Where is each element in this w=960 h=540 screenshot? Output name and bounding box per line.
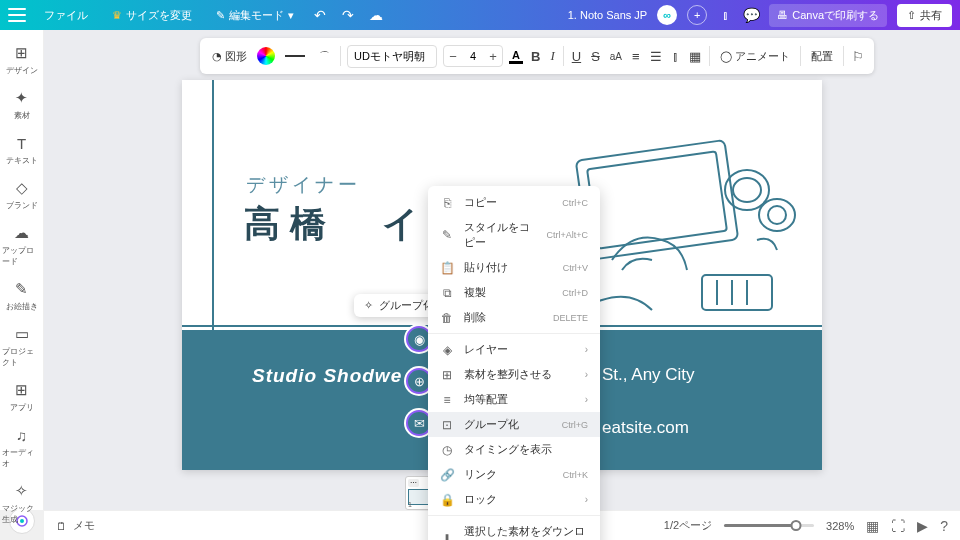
analytics-icon[interactable]: ⫾ xyxy=(717,7,733,23)
menu-item-label: 均等配置 xyxy=(464,392,575,407)
share-button[interactable]: ⇧共有 xyxy=(897,4,952,27)
align-button[interactable]: ≡ xyxy=(630,47,642,66)
shortcut-label: Ctrl+K xyxy=(563,470,588,480)
present-icon[interactable]: ▶ xyxy=(917,518,928,534)
context-menu-item[interactable]: ⬇選択した素材をダウンロード xyxy=(428,519,600,540)
context-menu-item[interactable]: ◈レイヤー› xyxy=(428,337,600,362)
underline-button[interactable]: U xyxy=(570,47,583,66)
address-text[interactable]: St., Any City xyxy=(602,365,695,385)
context-menu-item[interactable]: 📋貼り付けCtrl+V xyxy=(428,255,600,280)
menu-item-label: 貼り付け xyxy=(464,260,553,275)
sidebar-label: デザイン xyxy=(6,65,38,76)
add-member-button[interactable]: + xyxy=(687,5,707,25)
user-avatar[interactable]: ∞ xyxy=(657,5,677,25)
shape-tool[interactable]: ◔図形 xyxy=(208,47,251,66)
position-button[interactable]: 配置 xyxy=(807,47,837,66)
context-menu-item[interactable]: ◷タイミングを表示 xyxy=(428,437,600,462)
menu-item-icon: ⊡ xyxy=(440,418,454,432)
context-menu-item[interactable]: ⎘コピーCtrl+C xyxy=(428,190,600,215)
font-size-increase[interactable]: + xyxy=(484,46,502,66)
context-menu-item[interactable]: 🔒ロック› xyxy=(428,487,600,512)
context-menu-item[interactable]: ⊡グループ化Ctrl+G xyxy=(428,412,600,437)
svg-point-4 xyxy=(759,199,795,231)
list-button[interactable]: ☰ xyxy=(648,47,664,66)
sidebar-icon: T xyxy=(12,133,32,153)
context-menu-item[interactable]: 🗑削除DELETE xyxy=(428,305,600,330)
app-header: ファイル ♛サイズを変更 ✎編集モード▾ ↶ ↷ ☁ 1. Noto Sans … xyxy=(0,0,960,30)
menu-item-label: レイヤー xyxy=(464,342,575,357)
italic-button[interactable]: I xyxy=(548,46,556,66)
file-menu[interactable]: ファイル xyxy=(38,5,94,26)
color-picker[interactable] xyxy=(257,47,275,65)
sidebar-item-0[interactable]: ⊞デザイン xyxy=(0,38,43,81)
font-family-select[interactable]: UDモトヤ明朝 xyxy=(347,45,437,68)
memo-icon: 🗒 xyxy=(56,520,67,532)
sidebar-item-1[interactable]: ✦素材 xyxy=(0,83,43,126)
animate-button[interactable]: ◯アニメート xyxy=(716,47,794,66)
cloud-sync-icon[interactable]: ☁ xyxy=(368,7,384,23)
sidebar-item-4[interactable]: ☁アップロード xyxy=(0,218,43,272)
context-toolbar: ◔図形 ⌒ UDモトヤ明朝 − 4 + A B I U S aA ≡ ☰ ⫿ ▦… xyxy=(200,38,874,74)
print-button[interactable]: 🖶Canvaで印刷する xyxy=(769,4,887,27)
edit-mode-menu[interactable]: ✎編集モード▾ xyxy=(210,5,300,26)
menu-item-icon: 🔒 xyxy=(440,493,454,507)
bold-button[interactable]: B xyxy=(529,47,542,66)
shortcut-label: Ctrl+G xyxy=(562,420,588,430)
sidebar-label: マジック生成 xyxy=(2,503,41,525)
context-menu-item[interactable]: ⊞素材を整列させる› xyxy=(428,362,600,387)
border-style[interactable] xyxy=(281,53,309,59)
menu-item-icon: ✎ xyxy=(440,228,454,242)
text-case-button[interactable]: aA xyxy=(608,49,624,64)
document-title[interactable]: 1. Noto Sans JP xyxy=(568,9,648,21)
sidebar-item-10[interactable]: SSoundraw xyxy=(0,532,43,540)
sidebar-label: 素材 xyxy=(14,110,30,121)
menu-item-icon: 🔗 xyxy=(440,468,454,482)
submenu-arrow-icon: › xyxy=(585,494,588,505)
sidebar-item-3[interactable]: ◇ブランド xyxy=(0,173,43,216)
memo-button[interactable]: 🗒 メモ xyxy=(56,518,95,533)
hamburger-icon[interactable] xyxy=(8,8,26,22)
transparency-icon[interactable]: ⚐ xyxy=(850,47,866,66)
context-menu-item[interactable]: ✎スタイルをコピーCtrl+Alt+C xyxy=(428,215,600,255)
shortcut-label: Ctrl+D xyxy=(562,288,588,298)
text-color-picker[interactable]: A xyxy=(509,49,523,64)
context-menu-item[interactable]: ≡均等配置› xyxy=(428,387,600,412)
context-menu-item[interactable]: ⧉複製Ctrl+D xyxy=(428,280,600,305)
sidebar-item-9[interactable]: ✧マジック生成 xyxy=(0,476,43,530)
sidebar-item-7[interactable]: ⊞アプリ xyxy=(0,375,43,418)
sidebar-item-5[interactable]: ✎お絵描き xyxy=(0,274,43,317)
zoom-slider[interactable] xyxy=(724,524,814,527)
sidebar-label: アップロード xyxy=(2,245,41,267)
sidebar-item-8[interactable]: ♫オーディオ xyxy=(0,420,43,474)
comment-icon[interactable]: 💬 xyxy=(743,7,759,23)
subtitle-text[interactable]: デザイナー xyxy=(246,172,361,198)
effects-button[interactable]: ▦ xyxy=(687,47,703,66)
context-menu-item[interactable]: 🔗リンクCtrl+K xyxy=(428,462,600,487)
menu-item-label: コピー xyxy=(464,195,552,210)
line-end[interactable]: ⌒ xyxy=(315,47,334,66)
zoom-value[interactable]: 328% xyxy=(826,520,854,532)
fullscreen-icon[interactable]: ⛶ xyxy=(891,518,905,534)
help-icon[interactable]: ? xyxy=(940,518,948,534)
sidebar-icon: ✦ xyxy=(12,88,32,108)
page-indicator[interactable]: 1/2ページ xyxy=(664,518,712,533)
spacing-button[interactable]: ⫿ xyxy=(670,47,681,66)
sidebar-item-6[interactable]: ▭プロジェクト xyxy=(0,319,43,373)
left-sidebar: ⊞デザイン✦素材Tテキスト◇ブランド☁アップロード✎お絵描き▭プロジェクト⊞アプ… xyxy=(0,30,44,510)
sidebar-icon: ⊞ xyxy=(12,43,32,63)
strikethrough-button[interactable]: S xyxy=(589,47,602,66)
menu-item-label: スタイルをコピー xyxy=(464,220,536,250)
menu-item-label: リンク xyxy=(464,467,553,482)
font-size-control[interactable]: − 4 + xyxy=(443,45,503,67)
font-size-decrease[interactable]: − xyxy=(444,46,462,66)
undo-icon[interactable]: ↶ xyxy=(312,7,328,23)
svg-point-5 xyxy=(768,206,786,224)
redo-icon[interactable]: ↷ xyxy=(340,7,356,23)
studio-name-text[interactable]: Studio Shodwe xyxy=(252,365,402,387)
svg-rect-8 xyxy=(702,275,772,310)
grid-view-icon[interactable]: ▦ xyxy=(866,518,879,534)
group-button[interactable]: グループ化 xyxy=(379,298,434,313)
sidebar-item-2[interactable]: Tテキスト xyxy=(0,128,43,171)
resize-menu[interactable]: ♛サイズを変更 xyxy=(106,5,198,26)
website-text[interactable]: eatsite.com xyxy=(602,418,689,438)
